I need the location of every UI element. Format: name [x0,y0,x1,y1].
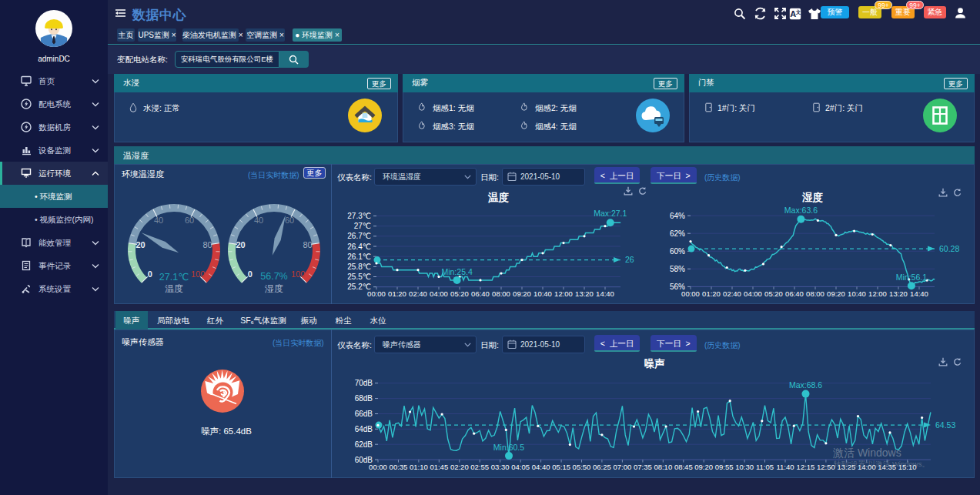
svg-text:02:55: 02:55 [470,463,489,471]
svg-text:Max:63.6: Max:63.6 [784,206,818,215]
svg-text:11:40: 11:40 [776,463,794,471]
svg-text:64.53: 64.53 [935,420,955,430]
svg-text:01:20: 01:20 [388,289,406,298]
svg-text:Min:56.1: Min:56.1 [896,273,927,282]
svg-text:58%: 58% [670,265,685,273]
svg-text:26.7℃: 26.7℃ [347,232,371,240]
svg-text:27.3℃: 27.3℃ [347,212,371,220]
svg-text:20: 20 [135,240,145,249]
svg-text:08:00: 08:00 [806,289,824,298]
svg-text:Max:68.6: Max:68.6 [789,380,822,390]
svg-text:02:20: 02:20 [450,463,469,471]
svg-text:12:15: 12:15 [797,463,815,471]
svg-text:68dB: 68dB [355,394,373,403]
svg-text:01:10: 01:10 [410,463,428,471]
svg-text:08:45: 08:45 [674,463,693,471]
svg-text:06:40: 06:40 [471,289,490,298]
svg-text:08:10: 08:10 [654,463,672,471]
svg-text:09:55: 09:55 [715,463,734,471]
svg-text:80: 80 [303,240,312,249]
svg-text:40: 40 [254,216,263,225]
svg-text:温度: 温度 [487,192,510,203]
svg-text:01:20: 01:20 [702,289,721,298]
svg-text:Min:25.4: Min:25.4 [441,267,472,276]
svg-text:06:25: 06:25 [593,463,611,471]
svg-text:11:05: 11:05 [756,463,774,471]
svg-text:04:05: 04:05 [511,463,530,471]
svg-text:09:20: 09:20 [694,463,713,471]
svg-text:10:30: 10:30 [735,463,754,471]
svg-text:04:40: 04:40 [532,463,550,471]
svg-text:40: 40 [154,216,163,225]
svg-text:01:45: 01:45 [430,463,448,471]
svg-text:26.1℃: 26.1℃ [347,253,371,261]
svg-text:13:20: 13:20 [889,289,908,298]
svg-text:05:50: 05:50 [573,463,591,471]
svg-text:60: 60 [285,216,294,225]
svg-text:噪声: 噪声 [644,358,666,370]
svg-text:62dB: 62dB [355,440,373,449]
svg-text:10:40: 10:40 [848,289,866,298]
svg-text:60.28: 60.28 [939,244,959,253]
svg-text:66dB: 66dB [355,410,373,418]
svg-text:湿度: 湿度 [801,192,824,203]
svg-text:80: 80 [202,240,212,249]
svg-text:02:40: 02:40 [723,289,741,298]
svg-text:25.5℃: 25.5℃ [347,273,371,281]
svg-text:06:40: 06:40 [785,289,804,298]
svg-text:00:00: 00:00 [367,289,386,298]
svg-text:Min:60.5: Min:60.5 [493,443,524,452]
svg-text:05:20: 05:20 [764,289,783,298]
svg-text:04:00: 04:00 [430,289,448,298]
svg-text:60%: 60% [670,247,685,256]
svg-text:09:20: 09:20 [513,289,531,298]
svg-text:05:20: 05:20 [450,289,469,298]
svg-text:07:00: 07:00 [614,463,632,471]
svg-text:26.4℃: 26.4℃ [347,242,371,251]
svg-text:09:20: 09:20 [827,289,845,298]
svg-text:00:00: 00:00 [369,463,387,471]
svg-text:08:00: 08:00 [492,289,510,298]
svg-text:03:30: 03:30 [491,463,510,471]
svg-text:05:15: 05:15 [552,463,570,471]
svg-text:00:35: 00:35 [390,463,408,471]
svg-text:14:40: 14:40 [910,289,928,298]
svg-text:04:00: 04:00 [744,289,762,298]
svg-text:27℃: 27℃ [354,222,371,230]
svg-text:文: 文 [795,9,801,15]
svg-text:00:00: 00:00 [681,289,700,298]
svg-text:25.8℃: 25.8℃ [347,263,371,271]
svg-text:12:50: 12:50 [817,463,835,471]
svg-text:26: 26 [625,255,634,264]
svg-text:02:40: 02:40 [409,289,427,298]
svg-text:12:00: 12:00 [554,289,573,298]
svg-text:13:20: 13:20 [575,289,594,298]
svg-text:10:40: 10:40 [533,289,552,298]
svg-text:70dB: 70dB [355,379,373,387]
svg-text:07:35: 07:35 [634,463,652,471]
svg-text:60: 60 [185,216,194,225]
svg-text:64%: 64% [670,212,685,220]
svg-text:64dB: 64dB [355,425,373,433]
svg-text:Max:27.1: Max:27.1 [594,209,627,218]
svg-text:20: 20 [236,240,245,249]
svg-text:62%: 62% [670,229,685,238]
svg-text:12:00: 12:00 [868,289,887,298]
svg-text:14:40: 14:40 [596,289,614,298]
